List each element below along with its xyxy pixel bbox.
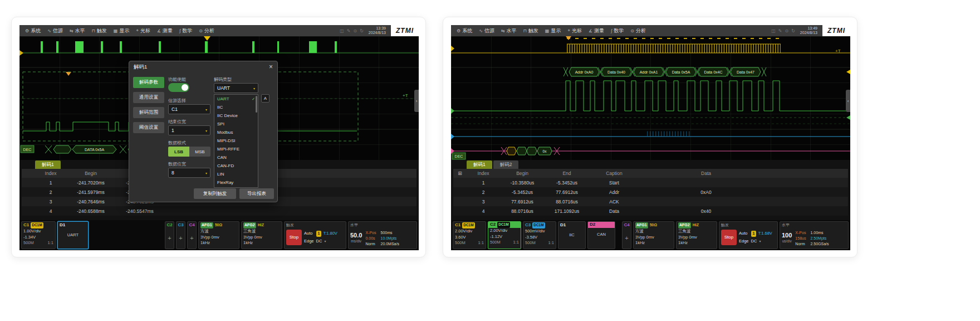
data-width-select[interactable]: 8▾: [168, 168, 210, 178]
menu-item-trigger[interactable]: ⊓触发: [89, 25, 110, 36]
menu-item-display[interactable]: ▦显示: [542, 25, 565, 36]
menu-item-math[interactable]: ∫数学: [176, 25, 195, 36]
table-grid-icon[interactable]: ⊞: [453, 171, 467, 176]
trigger-mode[interactable]: Auto: [304, 231, 314, 237]
channel-box-d2[interactable]: D2 CAN: [587, 221, 615, 249]
tab-decode-params[interactable]: 解码参数: [133, 77, 164, 88]
lsb-option[interactable]: LSB: [168, 147, 189, 157]
dropdown-option-uart[interactable]: UART✓: [214, 95, 258, 103]
dropdown-option-spi[interactable]: SPI: [214, 120, 258, 128]
quick-action-icon-1[interactable]: ◫: [771, 28, 776, 33]
horizontal-box[interactable]: 水平 100us/div X-Pos1.00ms 158us2.50Mpts N…: [780, 221, 849, 249]
dropdown-option-mipi-rffe[interactable]: MIPI-RFFE: [214, 145, 258, 153]
run-stop-indicator[interactable]: Stop: [286, 230, 302, 245]
afg2-box[interactable]: AFG2HiZ 三角波 3Vpp 0mv 1kHz: [676, 221, 717, 249]
ch1-level-marker[interactable]: [19, 50, 23, 56]
close-icon[interactable]: ×: [269, 64, 273, 70]
decode-type-select[interactable]: UART▾: [214, 83, 258, 93]
enable-toggle[interactable]: [168, 83, 189, 92]
table-row[interactable]: 488.0716us171.1092usData0x40: [453, 206, 848, 216]
menu-item-cursor[interactable]: ⌖光标: [564, 25, 585, 36]
decode1-tab[interactable]: 解码1: [467, 160, 492, 169]
channel-box-c1[interactable]: C1DC1M 1.00V/div -1.34V 500M1:1: [21, 221, 56, 249]
menu-item-source[interactable]: ∿信源: [44, 25, 66, 36]
stop-bits-select[interactable]: 1▾: [168, 125, 210, 135]
waveform-area[interactable]: +T Addr 0xA0 Data 0x40 Addr 0xA1 Data 0x…: [451, 36, 850, 160]
copy-to-trigger-button[interactable]: 复制到触发: [194, 188, 236, 199]
dropdown-option-can-fd[interactable]: CAN-FD: [214, 162, 258, 170]
add-channel-icon[interactable]: +: [190, 228, 193, 249]
quick-action-icon-3[interactable]: ⊙: [785, 28, 788, 33]
table-row[interactable]: 2-5.3452us77.6912usAddr0xA0: [453, 187, 848, 197]
channel-box-d1[interactable]: D1 IIC: [558, 221, 586, 249]
trigger-type[interactable]: Edge: [739, 239, 749, 245]
menu-item-system[interactable]: ⚙系统: [22, 25, 44, 36]
tab-decode-range[interactable]: 解码范围: [133, 107, 164, 118]
dropdown-option-iic[interactable]: IIC: [214, 103, 258, 111]
channel-box-c2-collapsed[interactable]: C2+: [165, 221, 174, 249]
menu-item-cursor[interactable]: ⌖光标: [133, 25, 154, 36]
add-channel-icon[interactable]: +: [168, 228, 171, 249]
menu-item-source[interactable]: ∿信源: [476, 25, 498, 36]
channel-box-d1[interactable]: D1 UART: [57, 221, 89, 249]
afg1-box[interactable]: AFG150Ω 方波 3Vpp 0mv 1kHz: [633, 221, 674, 249]
channel-position-markers[interactable]: [451, 46, 454, 154]
msb-option[interactable]: MSB: [189, 147, 210, 157]
table-row[interactable]: 1-10.3580us-5.3452usStart: [453, 178, 848, 187]
iic-decode-bubbles[interactable]: Addr 0xA0 Data 0x40 Addr 0xA1 Data 0x5A …: [564, 67, 766, 76]
channel-box-c4-collapsed[interactable]: C4+: [622, 221, 631, 249]
channel-box-c2[interactable]: C2DC1M 2.00V/div -1.12V 500M1:1: [488, 221, 521, 249]
x-marker-icon[interactable]: [66, 72, 71, 76]
dropdown-option-lin[interactable]: LIN: [214, 170, 258, 178]
decode2-tab[interactable]: 解码2: [493, 160, 519, 169]
trigger-position-icon[interactable]: [204, 36, 210, 41]
menu-item-analysis[interactable]: ⊙分析: [627, 25, 649, 36]
source-select[interactable]: C1▾: [168, 104, 210, 114]
menu-item-measure[interactable]: ∡测量: [585, 25, 607, 36]
scroll-handle[interactable]: ‹: [846, 90, 850, 112]
add-channel-icon[interactable]: +: [625, 228, 628, 249]
export-report-button[interactable]: 导出报表: [239, 188, 274, 199]
keyboard-input-icon[interactable]: A: [261, 94, 270, 103]
dropdown-option-modbus[interactable]: Modbus: [214, 128, 258, 137]
trigger-coupling[interactable]: DC: [751, 239, 757, 245]
trigger-box[interactable]: 触发 Stop AutoEdge 1T:1.80V DC▾: [284, 221, 346, 249]
tab-general-settings[interactable]: 通用设置: [133, 92, 164, 103]
decode1-tab[interactable]: 解码1: [35, 160, 61, 169]
quick-action-icon-4[interactable]: ↻: [791, 28, 795, 33]
menu-item-math[interactable]: ∫数学: [607, 25, 627, 36]
quick-action-icon-4[interactable]: ↻: [360, 28, 364, 33]
dropdown-scrollbar[interactable]: [256, 96, 257, 113]
dropdown-option-flexray[interactable]: FlexRay: [214, 178, 258, 187]
trigger-type[interactable]: Edge: [304, 239, 314, 245]
channel-box-c3[interactable]: C3DC1M 500mV/div -3.58V 500M1:1: [523, 221, 556, 249]
channel-box-c3-collapsed[interactable]: C3+: [176, 221, 185, 249]
table-row[interactable]: 4-240.6588ms-240.5547ms: [22, 206, 416, 216]
channel-box-c4-collapsed[interactable]: C4+: [187, 221, 197, 249]
run-stop-indicator[interactable]: Stop: [721, 230, 737, 245]
add-channel-icon[interactable]: +: [179, 228, 182, 249]
menu-item-horizontal[interactable]: ⇆水平: [66, 25, 89, 36]
menu-item-horizontal[interactable]: ⇆水平: [498, 25, 520, 36]
menu-item-analysis[interactable]: ⊙分析: [195, 25, 218, 36]
quick-action-icon-1[interactable]: ◫: [340, 28, 344, 33]
trigger-mode[interactable]: Auto: [739, 231, 749, 237]
quick-action-icon-2[interactable]: ✎: [778, 28, 782, 33]
dropdown-option-can[interactable]: CAN: [214, 153, 258, 162]
menu-item-display[interactable]: ▦显示: [110, 25, 133, 36]
horizontal-box[interactable]: 水平 50.0ms/div X-Pos500ms 0.00s10.0Mpts N…: [348, 221, 417, 249]
trigger-box[interactable]: 触发 Stop AutoEdge 1T:1.68V DC▾: [719, 221, 778, 249]
menu-item-measure[interactable]: ∡测量: [154, 25, 176, 36]
scroll-handle[interactable]: ›: [414, 90, 419, 112]
table-row[interactable]: 377.6912us88.0716usACK: [453, 197, 848, 206]
quick-action-icon-2[interactable]: ✎: [347, 28, 351, 33]
trigger-position-icon[interactable]: [566, 36, 571, 40]
menu-item-trigger[interactable]: ⊓触发: [520, 25, 542, 36]
trigger-coupling[interactable]: DC: [316, 239, 322, 245]
dropdown-option-mipi-dsi[interactable]: MIPI-DSI: [214, 137, 258, 145]
dropdown-option-iic-device[interactable]: IIC Device: [214, 111, 258, 120]
channel-box-c1[interactable]: C1DC1M 2.00V/div 3.60V 500M1:1: [453, 221, 486, 249]
afg1-box[interactable]: AFG150Ω 方波 3Vpp 0mv 1kHz: [198, 221, 239, 249]
quick-action-icon-3[interactable]: ⊙: [353, 28, 357, 33]
menu-item-system[interactable]: ⚙系统: [453, 25, 476, 36]
